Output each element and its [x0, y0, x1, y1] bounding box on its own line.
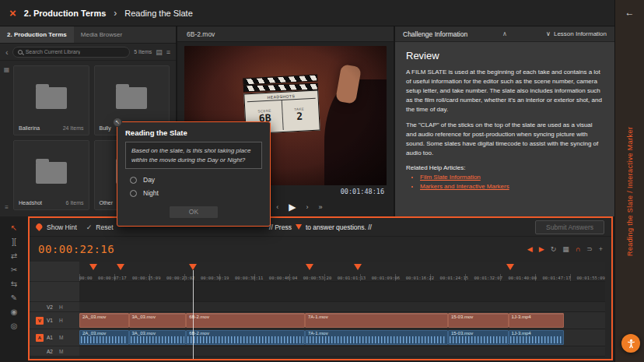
grid-icon[interactable]: ▦: [562, 245, 569, 253]
audio-clip[interactable]: 6B-2.mov: [186, 330, 305, 345]
radio-day[interactable]: [130, 177, 137, 184]
step-back-icon[interactable]: ‹: [276, 203, 278, 211]
popup-drag-handle-icon[interactable]: ↖: [113, 118, 122, 127]
video-clip[interactable]: 2A_03.mov: [79, 313, 129, 328]
radio-label: Day: [143, 176, 155, 184]
video-clip[interactable]: 6B-2.mov: [186, 313, 305, 328]
reset-label: Reset: [96, 223, 113, 231]
go-to-out-icon[interactable]: »: [318, 203, 322, 211]
ok-button[interactable]: OK: [169, 206, 219, 219]
time-ruler[interactable]: 00:0000:00:07:1700:00:15:0900:00:23:0200…: [79, 262, 605, 282]
answer-option[interactable]: Day: [130, 176, 257, 184]
source-patch-audio[interactable]: A: [36, 334, 44, 342]
timeline-body: 00:0000:00:07:1700:00:15:0900:00:23:0200…: [30, 262, 611, 359]
selection-tool-icon[interactable]: ↖: [7, 223, 21, 233]
track-header-a1[interactable]: A A1 M: [30, 329, 79, 346]
lesson-information-toggle[interactable]: ∨ Lesson Information: [546, 30, 607, 37]
timeline-panel: Show Hint ✓ Reset // Press to answer que…: [28, 216, 613, 360]
track-toggle[interactable]: H: [59, 318, 63, 323]
playhead-timecode: 00:00:22:16: [38, 243, 114, 255]
timeline-status-row: 00:00:22:16 ◀▶↻▦∩⊃+: [30, 237, 611, 262]
related-link[interactable]: Markers and Interactive Markers: [420, 183, 509, 190]
track-toggle[interactable]: M: [59, 349, 63, 354]
folder-count: 24 Items: [63, 125, 84, 131]
submit-answers-button[interactable]: Submit Answers: [535, 220, 604, 234]
bin-options-icon[interactable]: ≡: [5, 204, 9, 211]
back-icon[interactable]: ‹: [5, 47, 9, 57]
radio-night[interactable]: [130, 190, 137, 197]
track-a2-content[interactable]: [79, 346, 605, 357]
grid-view-icon[interactable]: ▦: [4, 66, 10, 73]
list-view-icon[interactable]: ▤: [156, 48, 163, 56]
zoom-tool-icon[interactable]: ◎: [7, 322, 21, 331]
audio-clip[interactable]: 15-03.mov: [448, 330, 509, 345]
browser-rail: ▦ ≡: [0, 61, 13, 216]
clip-name: 2A_03.mov: [80, 314, 128, 320]
accessibility-button[interactable]: [621, 334, 640, 353]
folder-tile[interactable]: Ballerina24 Items: [13, 65, 89, 135]
pen-tool-icon[interactable]: ✎: [7, 293, 21, 303]
challenge-panel: Challenge Information ∧ ∨ Lesson Informa…: [395, 26, 614, 216]
audio-clip[interactable]: 3A_03.mov: [129, 330, 187, 345]
track-v1-content[interactable]: 2A_03.mov3A_03.mov6B-2.mov7A-1.mov15-03.…: [79, 312, 605, 329]
add-track-icon[interactable]: +: [599, 245, 603, 253]
show-hint-button[interactable]: Show Hint: [37, 223, 77, 231]
ripple-edit-tool-icon[interactable]: ⇄: [7, 251, 21, 261]
reset-button[interactable]: ✓ Reset: [86, 223, 114, 231]
audio-clip[interactable]: 2A_03.mov: [79, 330, 129, 345]
audio-waveform: [450, 336, 507, 343]
search-input[interactable]: Search Current Library: [12, 47, 131, 58]
ruler-tick-label: 00:00: [79, 276, 93, 280]
track-a1-content[interactable]: 2A_03.mov3A_03.mov6B-2.mov7A-1.mov15-03.…: [79, 329, 605, 346]
previous-marker-icon[interactable]: ◀: [527, 245, 533, 253]
track-header-a2[interactable]: A2 M: [30, 346, 79, 357]
clip-name: 3A_03.mov: [130, 314, 186, 320]
razor-tool-icon[interactable]: ✂: [7, 265, 21, 275]
challenge-title: Challenge Information: [403, 30, 467, 38]
menu-icon[interactable]: ≡: [166, 48, 170, 56]
next-marker-icon[interactable]: ▶: [539, 245, 544, 253]
audio-clip[interactable]: 7A-1.mov: [305, 330, 448, 345]
video-clip[interactable]: 3A_03.mov: [129, 313, 187, 328]
video-clip[interactable]: 7A-1.mov: [305, 313, 448, 328]
track-v2-content[interactable]: [79, 302, 605, 312]
step-forward-icon[interactable]: ›: [306, 203, 308, 211]
track-select-tool-icon[interactable]: ][: [7, 237, 21, 247]
related-articles-heading: Related Help Articles:: [406, 164, 604, 171]
tab-media-browser[interactable]: Media Browser: [74, 26, 129, 43]
ruler-tick-label: 00:01:01:13: [338, 276, 366, 280]
track-toggle[interactable]: H: [59, 304, 63, 310]
folder-tile[interactable]: Headshot6 Items: [13, 140, 89, 210]
collapse-chevron-icon[interactable]: ∧: [502, 30, 507, 37]
source-patch-video[interactable]: V: [36, 317, 44, 325]
tab-production-terms[interactable]: 2. Production Terms: [0, 26, 74, 43]
clip-name: 1J-3.mp4: [509, 331, 564, 336]
track-toggle[interactable]: M: [59, 335, 63, 340]
press-instruction-prefix: // Press: [269, 223, 292, 231]
answer-option[interactable]: Night: [130, 189, 257, 197]
related-link[interactable]: Film Slate Information: [420, 174, 481, 181]
track-header-v2[interactable]: V2 H: [30, 302, 79, 312]
close-icon[interactable]: ×: [9, 7, 16, 19]
audio-clip[interactable]: 1J-3.mp4: [509, 330, 565, 345]
play-icon[interactable]: ▶: [289, 202, 296, 213]
spacer-row: [30, 282, 611, 302]
show-hint-label: Show Hint: [47, 223, 77, 231]
hand-tool-icon[interactable]: ◉: [7, 308, 21, 317]
page-title: Reading the Slate: [124, 9, 192, 18]
clip-name: 7A-1.mov: [306, 314, 447, 320]
slip-tool-icon[interactable]: ⇆: [7, 279, 21, 289]
history-icon[interactable]: ↻: [551, 245, 557, 253]
track-label: A1: [47, 335, 53, 340]
track-header-v1[interactable]: V V1 H: [30, 312, 79, 329]
folder-icon: [19, 70, 84, 125]
video-clip[interactable]: 15-03.mov: [448, 313, 509, 328]
search-icon: [18, 50, 23, 54]
link-icon[interactable]: ⊃: [586, 245, 593, 253]
snap-icon[interactable]: ∩: [576, 245, 580, 253]
audio-waveform: [187, 336, 303, 343]
back-arrow-icon[interactable]: ←: [625, 7, 635, 18]
top-bar: × 2. Production Terms › Reading the Slat…: [0, 0, 614, 26]
video-clip[interactable]: 1J-3.mp4: [509, 313, 565, 328]
popup-question: Based on the slate, is this shot taking …: [125, 142, 262, 169]
